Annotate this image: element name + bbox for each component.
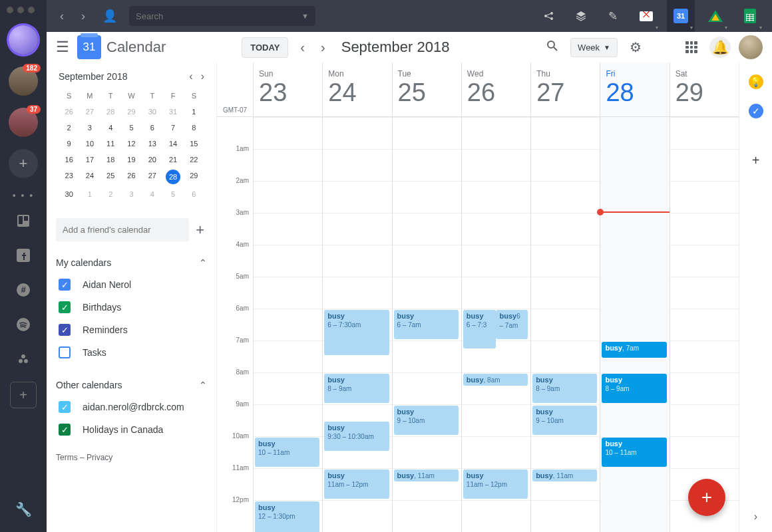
day-column[interactable]: busy6 – 7ambusy9 – 10ambusy, 11am — [392, 117, 461, 532]
mini-day[interactable]: 27 — [142, 168, 162, 186]
mini-day[interactable]: 4 — [142, 186, 162, 202]
keep-addon-icon[interactable]: 💡 — [749, 74, 763, 89]
nav-forward-icon[interactable]: › — [76, 7, 91, 26]
share-icon[interactable] — [536, 11, 562, 21]
mini-day[interactable]: 11 — [100, 136, 121, 152]
day-header[interactable]: Fri28 — [600, 63, 669, 116]
mini-day[interactable]: 7 — [162, 120, 183, 136]
mini-day[interactable]: 3 — [121, 186, 142, 202]
settings-gear-icon[interactable]: ⚙ — [626, 35, 646, 59]
workspace-avatar-1[interactable] — [9, 25, 38, 55]
calendar-event[interactable]: busy6 – 7am — [394, 310, 459, 339]
mini-day[interactable]: 15 — [184, 136, 204, 152]
search-icon[interactable] — [542, 36, 562, 59]
mini-day[interactable]: 5 — [121, 120, 142, 136]
mini-day[interactable]: 26 — [121, 168, 142, 186]
mini-day[interactable]: 23 — [59, 168, 79, 186]
add-friend-input[interactable] — [56, 218, 189, 241]
mini-day[interactable]: 2 — [59, 120, 79, 136]
mini-day[interactable]: 1 — [79, 186, 100, 202]
mini-day[interactable]: 14 — [162, 136, 183, 152]
nav-back-icon[interactable]: ‹ — [55, 7, 69, 26]
mini-day[interactable]: 29 — [121, 104, 142, 120]
mini-day[interactable]: 22 — [184, 152, 204, 168]
calendar-event[interactable]: busy12 – 1:30pm — [255, 501, 319, 532]
day-header[interactable]: Sat29 — [670, 63, 739, 116]
gmail-app-icon[interactable]: ▾ — [632, 0, 660, 32]
terms-link[interactable]: Terms — [56, 453, 78, 462]
day-column[interactable]: busy6 – 7:30ambusy8 – 9ambusy9:30 – 10:3… — [322, 117, 391, 532]
slack-icon[interactable]: # — [9, 275, 38, 305]
day-header[interactable]: Mon24 — [322, 63, 391, 116]
settings-wrench-icon[interactable]: 🔧 — [9, 495, 38, 524]
calendar-logo[interactable]: 31 Calendar — [77, 35, 166, 59]
calendar-event[interactable]: busy6 – 7:3 — [463, 310, 496, 348]
calendar-event[interactable]: busy, 11am — [532, 469, 597, 481]
add-addon-icon[interactable]: + — [752, 153, 760, 168]
next-week-icon[interactable]: › — [317, 37, 329, 58]
trello-icon[interactable] — [9, 206, 38, 235]
calendar-checkbox[interactable]: ✓ — [59, 424, 71, 436]
expand-rail-icon[interactable]: › — [754, 511, 757, 523]
notifications-bell-icon[interactable]: 🔔 — [709, 37, 731, 58]
mini-day[interactable]: 3 — [79, 120, 100, 136]
calendar-list-item[interactable]: ✓aidan.nerol@rdbrck.com — [56, 396, 207, 418]
mini-day[interactable]: 26 — [59, 104, 79, 120]
add-friend-plus-icon[interactable]: + — [193, 219, 207, 241]
mini-day[interactable]: 20 — [142, 152, 162, 168]
day-column[interactable]: busy10 – 11ambusy12 – 1:30pm — [253, 117, 322, 532]
search-input[interactable] — [136, 11, 301, 21]
asana-icon[interactable] — [9, 344, 38, 374]
mini-day[interactable]: 31 — [162, 104, 183, 120]
day-column[interactable] — [670, 117, 739, 532]
day-header[interactable]: Sun23 — [253, 63, 322, 116]
profile-avatar[interactable] — [739, 35, 763, 59]
google-apps-icon[interactable] — [681, 37, 701, 57]
mini-day[interactable]: 6 — [184, 186, 204, 202]
calendar-event[interactable]: busy9 – 10am — [532, 406, 597, 435]
mini-day[interactable]: 30 — [142, 104, 162, 120]
gsheets-app-icon[interactable]: ▾ — [736, 0, 764, 32]
day-column[interactable]: busy8 – 9ambusy9 – 10ambusy, 11am — [530, 117, 600, 532]
day-header[interactable]: Thu27 — [530, 63, 600, 116]
calendar-list-item[interactable]: Tasks — [56, 341, 207, 364]
day-header[interactable]: Tue25 — [392, 63, 461, 116]
calendar-list-item[interactable]: ✓Birthdays — [56, 296, 207, 319]
facebook-icon[interactable] — [9, 241, 38, 270]
view-selector[interactable]: Week▼ — [570, 38, 618, 57]
calendar-event[interactable]: busy6 – 7:30am — [324, 310, 389, 355]
mini-day[interactable]: 28 — [100, 104, 121, 120]
calendar-checkbox[interactable]: ✓ — [59, 401, 71, 413]
gcalendar-app-icon[interactable]: 31▾ — [667, 0, 695, 32]
gdrive-app-icon[interactable]: ▾ — [701, 0, 729, 32]
calendar-list-item[interactable]: ✓Reminders — [56, 319, 207, 341]
calendar-event[interactable]: busy8 – 9am — [602, 374, 666, 403]
day-column[interactable]: busy, 7ambusy8 – 9ambusy10 – 11am — [600, 117, 669, 532]
mini-day[interactable]: 6 — [142, 120, 162, 136]
mini-prev-icon[interactable]: ‹ — [189, 70, 192, 82]
calendar-event[interactable]: busy, 7am — [602, 342, 666, 358]
mini-day[interactable]: 16 — [59, 152, 79, 168]
day-header[interactable]: Wed26 — [461, 63, 530, 116]
layers-icon[interactable] — [568, 11, 594, 21]
calendar-event[interactable]: busy9 – 10am — [394, 406, 459, 435]
calendar-checkbox[interactable] — [59, 346, 71, 358]
calendar-event[interactable]: busy11am – 12pm — [324, 469, 389, 499]
spotify-icon[interactable] — [9, 310, 38, 339]
calendar-event[interactable]: busy9:30 – 10:30am — [324, 422, 389, 451]
mini-day[interactable]: 4 — [100, 120, 121, 136]
today-button[interactable]: TODAY — [242, 37, 288, 58]
calendar-event[interactable]: busy8 – 9am — [324, 374, 389, 403]
day-column[interactable]: busy6 – 7:3busy6 – 7ambusy, 8ambusy11am … — [461, 117, 530, 532]
mini-day[interactable]: 17 — [79, 152, 100, 168]
mini-day[interactable]: 21 — [162, 152, 183, 168]
other-calendars-toggle[interactable]: Other calendars ⌃ — [56, 374, 207, 396]
calendar-checkbox[interactable]: ✓ — [59, 324, 71, 336]
create-event-fab[interactable]: + — [688, 479, 725, 516]
my-calendars-toggle[interactable]: My calendars ⌃ — [56, 252, 207, 273]
calendar-event[interactable]: busy6 – 7am — [496, 310, 528, 339]
calendar-checkbox[interactable]: ✓ — [59, 301, 71, 313]
tasks-addon-icon[interactable]: ✓ — [749, 104, 763, 118]
mini-day[interactable]: 9 — [59, 136, 79, 152]
mini-day[interactable]: 1 — [184, 104, 204, 120]
